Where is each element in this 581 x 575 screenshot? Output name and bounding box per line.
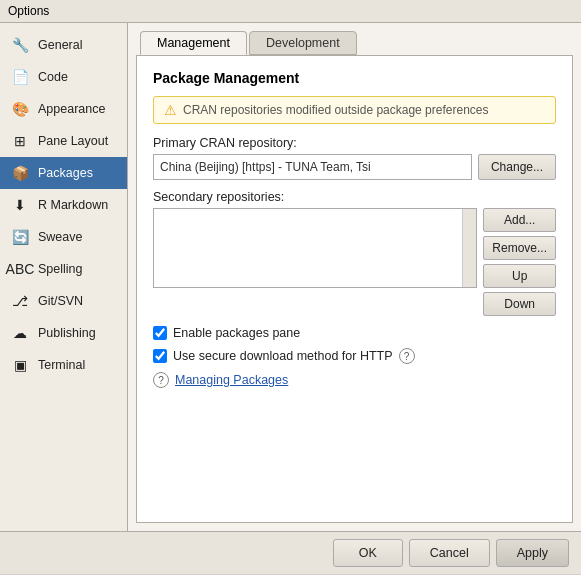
primary-cran-row: Primary CRAN repository: Change...	[153, 136, 556, 180]
terminal-icon: ▣	[10, 355, 30, 375]
sidebar-item-git-svn[interactable]: ⎇Git/SVN	[0, 285, 127, 317]
secondary-repos-textarea[interactable]	[154, 209, 476, 287]
tab-management[interactable]: Management	[140, 31, 247, 55]
appearance-icon: 🎨	[10, 99, 30, 119]
content-area: 🔧General📄Code🎨Appearance⊞Pane Layout📦Pac…	[0, 23, 581, 531]
sidebar-item-label-r-markdown: R Markdown	[38, 198, 108, 212]
primary-cran-input[interactable]	[153, 154, 472, 180]
sidebar-item-label-terminal: Terminal	[38, 358, 85, 372]
publishing-icon: ☁	[10, 323, 30, 343]
sidebar-item-sweave[interactable]: 🔄Sweave	[0, 221, 127, 253]
secondary-repos-textarea-wrapper	[153, 208, 477, 288]
sidebar-item-label-sweave: Sweave	[38, 230, 82, 244]
change-button[interactable]: Change...	[478, 154, 556, 180]
panel-title: Package Management	[153, 70, 556, 86]
use-secure-download-label: Use secure download method for HTTP	[173, 349, 393, 363]
add-button[interactable]: Add...	[483, 208, 556, 232]
spelling-icon: ABC	[10, 259, 30, 279]
tab-development[interactable]: Development	[249, 31, 357, 55]
warning-text: CRAN repositories modified outside packa…	[183, 103, 489, 117]
sidebar-item-label-pane-layout: Pane Layout	[38, 134, 108, 148]
sidebar-item-pane-layout[interactable]: ⊞Pane Layout	[0, 125, 127, 157]
sidebar-item-packages[interactable]: 📦Packages	[0, 157, 127, 189]
sidebar-item-label-code: Code	[38, 70, 68, 84]
r-markdown-icon: ⬇	[10, 195, 30, 215]
sidebar-item-label-packages: Packages	[38, 166, 93, 180]
managing-packages-help-icon[interactable]: ?	[153, 372, 169, 388]
sidebar-item-label-publishing: Publishing	[38, 326, 96, 340]
warning-icon: ⚠	[164, 102, 177, 118]
sidebar-item-spelling[interactable]: ABCSpelling	[0, 253, 127, 285]
help-icon[interactable]: ?	[399, 348, 415, 364]
use-secure-download-checkbox[interactable]	[153, 349, 167, 363]
sweave-icon: 🔄	[10, 227, 30, 247]
sidebar-item-label-general: General	[38, 38, 82, 52]
down-button[interactable]: Down	[483, 292, 556, 316]
up-button[interactable]: Up	[483, 264, 556, 288]
sidebar-item-label-appearance: Appearance	[38, 102, 105, 116]
secondary-repos-label: Secondary repositories:	[153, 190, 556, 204]
cancel-button[interactable]: Cancel	[409, 539, 490, 567]
managing-packages-link[interactable]: Managing Packages	[175, 373, 288, 387]
sidebar-item-publishing[interactable]: ☁Publishing	[0, 317, 127, 349]
code-icon: 📄	[10, 67, 30, 87]
managing-packages-row: ? Managing Packages	[153, 372, 556, 388]
enable-packages-pane-row: Enable packages pane	[153, 326, 556, 340]
ok-button[interactable]: OK	[333, 539, 403, 567]
bottom-bar: OK Cancel Apply	[0, 531, 581, 574]
secondary-repos-container: Add... Remove... Up Down	[153, 208, 556, 316]
primary-cran-label: Primary CRAN repository:	[153, 136, 556, 150]
git-svn-icon: ⎇	[10, 291, 30, 311]
apply-button[interactable]: Apply	[496, 539, 569, 567]
packages-icon: 📦	[10, 163, 30, 183]
sidebar-item-code[interactable]: 📄Code	[0, 61, 127, 93]
main-container: 🔧General📄Code🎨Appearance⊞Pane Layout📦Pac…	[0, 23, 581, 574]
window-title: Options	[8, 4, 49, 18]
pane-layout-icon: ⊞	[10, 131, 30, 151]
panel-content: Package Management ⚠ CRAN repositories m…	[136, 55, 573, 523]
sidebar-item-general[interactable]: 🔧General	[0, 29, 127, 61]
title-bar: Options	[0, 0, 581, 23]
scrollbar-track	[462, 209, 476, 287]
side-buttons: Add... Remove... Up Down	[483, 208, 556, 316]
enable-packages-pane-label: Enable packages pane	[173, 326, 300, 340]
main-panel: Management Development Package Managemen…	[128, 23, 581, 531]
sidebar: 🔧General📄Code🎨Appearance⊞Pane Layout📦Pac…	[0, 23, 128, 531]
use-secure-download-row: Use secure download method for HTTP ?	[153, 348, 556, 364]
sidebar-item-label-git-svn: Git/SVN	[38, 294, 83, 308]
warning-banner: ⚠ CRAN repositories modified outside pac…	[153, 96, 556, 124]
sidebar-item-terminal[interactable]: ▣Terminal	[0, 349, 127, 381]
general-icon: 🔧	[10, 35, 30, 55]
sidebar-item-r-markdown[interactable]: ⬇R Markdown	[0, 189, 127, 221]
sidebar-item-label-spelling: Spelling	[38, 262, 82, 276]
secondary-repos-row: Secondary repositories: Add... Remove...…	[153, 190, 556, 316]
sidebar-item-appearance[interactable]: 🎨Appearance	[0, 93, 127, 125]
enable-packages-pane-checkbox[interactable]	[153, 326, 167, 340]
tabs-container: Management Development	[128, 23, 581, 55]
remove-button[interactable]: Remove...	[483, 236, 556, 260]
primary-cran-input-row: Change...	[153, 154, 556, 180]
